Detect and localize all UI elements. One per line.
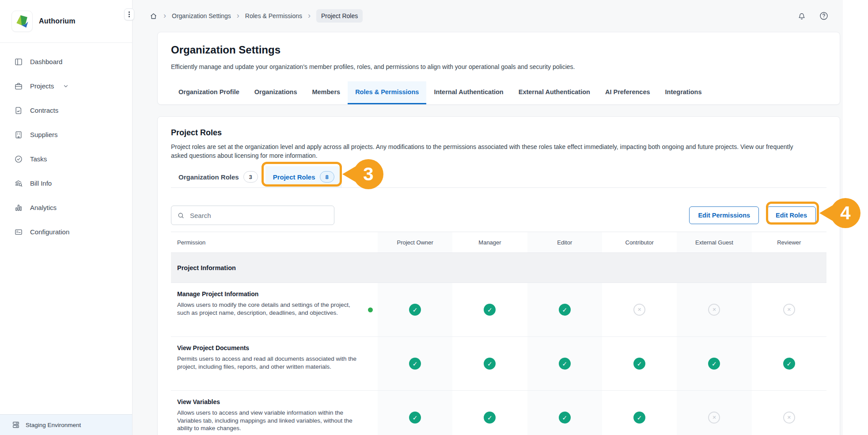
status-cell: ✕: [677, 391, 751, 435]
edit-roles-button[interactable]: Edit Roles: [767, 206, 816, 224]
breadcrumb-separator: ›: [308, 11, 311, 21]
app-name: Authorium: [39, 17, 76, 25]
tab-members[interactable]: Members: [304, 81, 348, 104]
column-header-permission: Permission: [171, 232, 378, 253]
home-icon[interactable]: [149, 12, 158, 20]
tab-internal-authentication[interactable]: Internal Authentication: [426, 81, 511, 104]
status-cell: ✓: [378, 391, 452, 435]
sidebar-item-tasks[interactable]: Tasks: [0, 147, 132, 171]
sidebar-nav: Dashboard Projects Contracts Suppliers T…: [0, 43, 132, 244]
toggle-organization-roles[interactable]: Organization Roles 3: [171, 166, 265, 187]
briefcase-icon: [14, 82, 23, 91]
column-header-contributor: Contributor: [602, 232, 677, 253]
status-cell: ✕: [752, 391, 826, 435]
permissions-table: Permission Project Owner Manager Editor …: [171, 232, 826, 435]
permission-granted-icon: ✓: [409, 304, 421, 316]
status-cell: ✓: [378, 337, 452, 391]
permission-granted-icon: ✓: [484, 358, 496, 370]
table-controls: Edit Permissions Edit Roles: [171, 206, 826, 225]
roles-toggle-row: Organization Roles 3 Project Roles 8: [171, 166, 826, 188]
page-title: Organization Settings: [171, 44, 826, 56]
tab-organization-profile[interactable]: Organization Profile: [171, 81, 247, 104]
column-header-project-owner: Project Owner: [378, 232, 452, 253]
permission-denied-icon: ✕: [708, 304, 720, 316]
group-header-project-information: Project Information: [171, 253, 826, 283]
help-icon[interactable]: [819, 11, 829, 21]
permission-granted-icon: ✓: [708, 358, 720, 370]
table-row-permission-manage-project-information: Manage Project Information Allows users …: [171, 283, 378, 337]
permission-denied-icon: ✕: [708, 412, 720, 424]
sidebar-item-projects[interactable]: Projects: [0, 74, 132, 98]
dashboard-icon: [14, 57, 23, 66]
toggle-project-roles[interactable]: Project Roles 8: [265, 166, 342, 187]
permission-granted-icon: ✓: [559, 412, 571, 424]
column-header-editor: Editor: [527, 232, 602, 253]
check-circle-icon: [14, 155, 23, 164]
status-cell: ✓: [602, 337, 677, 391]
document-icon: [14, 106, 23, 115]
sidebar-item-configuration[interactable]: Configuration: [0, 220, 132, 244]
breadcrumb-roles-permissions[interactable]: Roles & Permissions: [245, 12, 302, 19]
sidebar-item-label: Dashboard: [30, 58, 62, 65]
sidebar-menu-button[interactable]: [124, 8, 134, 20]
app-logo-row: Authorium: [0, 0, 132, 43]
permission-description: Allows users to modify the core details …: [177, 301, 360, 317]
edit-permissions-button[interactable]: Edit Permissions: [689, 206, 759, 224]
permission-denied-icon: ✕: [633, 304, 645, 316]
search-input[interactable]: [189, 211, 328, 220]
sidebar-item-contracts[interactable]: Contracts: [0, 98, 132, 122]
building-icon: [14, 130, 23, 139]
permission-granted-icon: ✓: [633, 358, 645, 370]
main-area: › Organization Settings › Roles & Permis…: [133, 0, 843, 435]
bell-icon[interactable]: [797, 11, 807, 21]
sidebar-item-suppliers[interactable]: Suppliers: [0, 122, 132, 147]
sidebar-item-label: Projects: [30, 82, 54, 90]
status-cell: ✓: [527, 337, 602, 391]
action-buttons: Edit Permissions Edit Roles: [689, 206, 816, 224]
sidebar: Authorium Dashboard Projects Contracts S…: [0, 0, 133, 435]
section-title: Project Roles: [171, 128, 826, 137]
topbar-icons: [797, 11, 829, 21]
tab-external-authentication[interactable]: External Authentication: [511, 81, 598, 104]
environment-badge[interactable]: Staging Environment: [0, 414, 132, 435]
permission-granted-icon: ✓: [783, 358, 795, 370]
status-cell: ✕: [602, 283, 677, 337]
environment-label: Staging Environment: [26, 422, 81, 428]
column-header-reviewer: Reviewer: [752, 232, 826, 253]
chevron-down-icon: [63, 83, 69, 89]
tab-integrations[interactable]: Integrations: [658, 81, 709, 104]
permission-granted-icon: ✓: [409, 358, 421, 370]
topbar: › Organization Settings › Roles & Permis…: [133, 0, 843, 32]
toggle-label: Project Roles: [273, 173, 315, 181]
sidebar-item-dashboard[interactable]: Dashboard: [0, 50, 132, 74]
status-cell: ✓: [752, 337, 826, 391]
permission-denied-icon: ✕: [783, 304, 795, 316]
sidebar-item-label: Tasks: [30, 155, 47, 163]
server-icon: [11, 420, 20, 429]
table-row-permission-view-variables: View Variables Allows users to access an…: [171, 391, 378, 435]
search-box: [171, 206, 334, 225]
breadcrumb-separator: ›: [237, 11, 239, 21]
sidebar-item-label: Analytics: [30, 204, 57, 211]
bar-chart-icon: [14, 203, 23, 212]
permission-granted-icon: ✓: [559, 304, 571, 316]
breadcrumb-current-project-roles: Project Roles: [316, 9, 363, 23]
sidebar-item-label: Contracts: [30, 107, 58, 114]
section-description: Project roles are set at the organizatio…: [171, 143, 809, 160]
status-cell: ✕: [752, 283, 826, 337]
tab-roles-permissions[interactable]: Roles & Permissions: [348, 81, 426, 104]
status-cell: ✓: [527, 283, 602, 337]
permission-denied-icon: ✕: [783, 412, 795, 424]
tab-ai-preferences[interactable]: AI Preferences: [598, 81, 658, 104]
permission-granted-icon: ✓: [409, 412, 421, 424]
permission-description: Allows users to access and view variable…: [177, 409, 360, 432]
page-subtitle: Efficiently manage and update your organ…: [171, 63, 826, 71]
breadcrumb-organization-settings[interactable]: Organization Settings: [172, 12, 231, 19]
sidebar-item-bill-info[interactable]: Bill Info: [0, 171, 132, 195]
status-cell: ✓: [378, 283, 452, 337]
config-card-icon: [14, 228, 23, 237]
search-icon: [177, 212, 185, 219]
sidebar-item-label: Bill Info: [30, 179, 52, 187]
tab-organizations[interactable]: Organizations: [247, 81, 305, 104]
sidebar-item-analytics[interactable]: Analytics: [0, 195, 132, 220]
